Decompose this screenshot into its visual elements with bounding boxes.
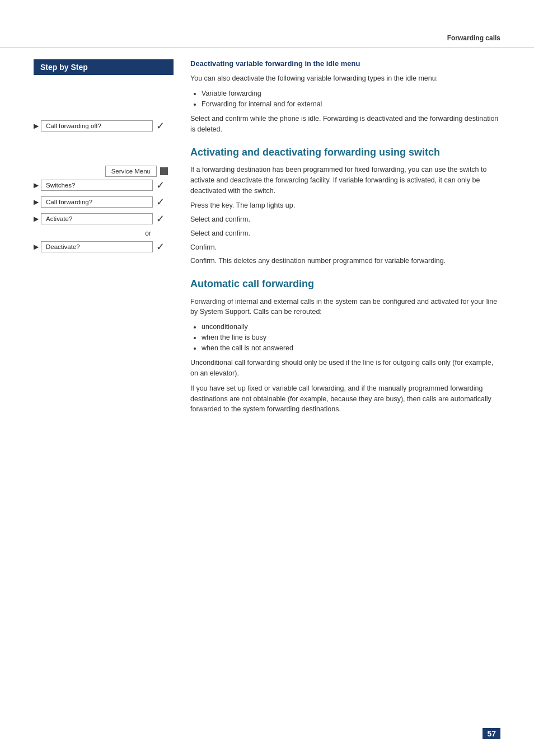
section-automatic: Automatic call forwarding Forwarding of … — [190, 278, 500, 415]
step-item-switches: ▶ Switches? ✓ — [34, 179, 174, 191]
step-check-1: ✓ — [156, 120, 165, 132]
step-box-3: Call forwarding? — [41, 196, 153, 208]
section-deactivating: Deactivating variable forwarding in the … — [190, 59, 500, 135]
service-menu-row: Service Menu — [34, 166, 168, 177]
service-menu-box: Service Menu — [105, 166, 157, 177]
section3-para1: Forwarding of internal and external call… — [190, 297, 500, 318]
service-menu-section: Service Menu — [34, 166, 174, 177]
step-check-4: ✓ — [156, 213, 165, 225]
or-label: or — [34, 229, 174, 237]
section2-instruction5: Confirm. This deletes any destination nu… — [190, 256, 500, 266]
section1-title: Deactivating variable forwarding in the … — [190, 59, 500, 68]
header-title: Forwarding calls — [447, 34, 500, 42]
step-arrow-5: ▶ — [34, 243, 39, 251]
section1-bullet-list: Variable forwarding Forwarding for inter… — [202, 88, 500, 110]
page-header: Forwarding calls — [0, 34, 534, 48]
section2-instruction4: Confirm. — [190, 242, 500, 253]
section2-para1: If a forwarding destination has been pro… — [190, 165, 500, 196]
bullet-item: when the line is busy — [202, 332, 500, 343]
section-activating-switch: Activating and deactivating forwarding u… — [190, 146, 500, 266]
step-check-3: ✓ — [156, 196, 165, 208]
section2-title: Activating and deactivating forwarding u… — [190, 146, 500, 159]
service-menu-square — [160, 167, 168, 175]
step-box-5: Deactivate? — [41, 241, 153, 252]
bullet-item: Forwarding for internal and for external — [202, 99, 500, 110]
bullet-item: unconditionally — [202, 322, 500, 332]
step-by-step-header: Step by Step — [34, 59, 174, 75]
step-arrow-1: ▶ — [34, 122, 39, 130]
bullet-item: when the call is not answered — [202, 343, 500, 354]
step-arrow-4: ▶ — [34, 215, 39, 223]
step-check-5: ✓ — [156, 241, 165, 253]
bullet-item: Variable forwarding — [202, 88, 500, 99]
right-column: Deactivating variable forwarding in the … — [174, 48, 534, 419]
page-container: Forwarding calls Step by Step ▶ Call for… — [0, 0, 534, 756]
left-column: Step by Step ▶ Call forwarding off? ✓ Se… — [0, 48, 174, 419]
section3-para2: Unconditional call forwarding should onl… — [190, 358, 500, 379]
section3-bullet-list: unconditionally when the line is busy wh… — [202, 322, 500, 353]
step-item-activate: ▶ Activate? ✓ — [34, 213, 174, 225]
section1-para1: You can also deactivate the following va… — [190, 73, 500, 84]
section1-instruction1: Select and confirm while the phone is id… — [190, 114, 500, 135]
step-item-call-forwarding: ▶ Call forwarding? ✓ — [34, 196, 174, 208]
section2-instruction1: Press the key. The lamp lights up. — [190, 200, 500, 211]
step-box-2: Switches? — [41, 180, 153, 191]
content-area: Step by Step ▶ Call forwarding off? ✓ Se… — [0, 48, 534, 419]
section3-title: Automatic call forwarding — [190, 278, 500, 290]
section2-instruction3: Select and confirm. — [190, 228, 500, 239]
section3-para3: If you have set up fixed or variable cal… — [190, 383, 500, 415]
section2-instruction2: Select and confirm. — [190, 214, 500, 225]
step-arrow-3: ▶ — [34, 198, 39, 206]
step-item-call-forwarding-off: ▶ Call forwarding off? ✓ — [34, 120, 174, 132]
step-check-2: ✓ — [156, 179, 165, 191]
step-box-4: Activate? — [41, 213, 153, 224]
page-number: 57 — [483, 728, 500, 739]
step-arrow-2: ▶ — [34, 181, 39, 189]
step-item-deactivate: ▶ Deactivate? ✓ — [34, 241, 174, 253]
step-box-1: Call forwarding off? — [41, 120, 153, 132]
